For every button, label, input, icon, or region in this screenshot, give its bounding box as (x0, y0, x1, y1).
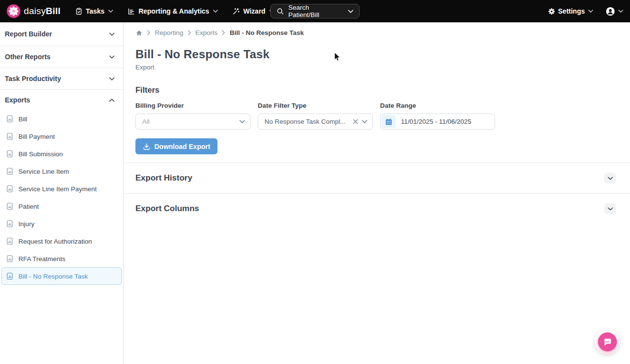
chat-launcher-button[interactable] (595, 329, 620, 354)
chevron-down-icon (588, 10, 593, 13)
menu-tasks-label: Tasks (86, 7, 105, 15)
document-chart-icon (6, 272, 14, 280)
filters-row: Billing Provider All Date Filter Type No… (135, 102, 618, 130)
date-range-value: 11/01/2025 - 11/06/2025 (401, 118, 471, 125)
date-range-input[interactable]: 11/01/2025 - 11/06/2025 (380, 114, 495, 130)
breadcrumb-separator-icon (222, 30, 225, 35)
daisybill-flower-icon (7, 4, 20, 18)
sidebar-item-export[interactable]: Bill (1, 110, 122, 128)
sidebar-item-export[interactable]: Bill - No Response Task (1, 267, 122, 285)
billing-provider-label: Billing Provider (135, 102, 250, 109)
sidebar-item-label: Service Line Item (18, 168, 69, 175)
document-chart-icon (6, 115, 14, 123)
sidebar-item-export[interactable]: Service Line Item Payment (1, 180, 122, 198)
date-filter-type-label: Date Filter Type (258, 102, 373, 109)
sidebar-section-report-builder[interactable]: Report Builder (0, 22, 123, 46)
menu-reporting-analytics[interactable]: Reporting & Analytics (128, 7, 218, 15)
document-chart-icon (6, 255, 14, 263)
chevron-down-icon (109, 55, 115, 59)
user-menu[interactable] (606, 7, 623, 16)
navbar-right: Settings (548, 7, 623, 16)
sidebar-section-task-productivity[interactable]: Task Productivity (0, 68, 123, 90)
user-avatar-icon (606, 7, 615, 16)
menu-wizard-label: Wizard (243, 7, 265, 15)
sidebar-item-export[interactable]: Bill Payment (1, 128, 122, 145)
export-history-panel: Export History (124, 163, 630, 193)
document-chart-icon (6, 150, 14, 158)
date-filter-type-select[interactable]: No Response Task Compl... (258, 114, 373, 130)
settings-label: Settings (558, 7, 585, 15)
chevron-down-icon (348, 10, 353, 13)
menu-wizard[interactable]: Wizard (232, 7, 274, 15)
sidebar-item-export[interactable]: Injury (1, 215, 122, 232)
brand-logo[interactable]: daisyBill (7, 4, 61, 18)
export-history-toggle-button[interactable] (604, 173, 616, 183)
top-navbar: daisyBill Tasks Reportin (0, 0, 630, 22)
billing-provider-select[interactable]: All (135, 114, 250, 130)
sidebar-item-label: Bill - No Response Task (18, 273, 88, 280)
sidebar-item-label: Bill Payment (18, 133, 55, 140)
document-chart-icon (6, 132, 14, 140)
filters-heading: Filters (135, 85, 618, 95)
page-title: Bill - No Response Task (135, 48, 618, 61)
tasks-clipboard-icon (75, 8, 83, 15)
brand-name: daisyBill (24, 6, 61, 17)
home-icon[interactable] (135, 30, 143, 36)
download-icon (143, 143, 150, 150)
search-icon (277, 8, 284, 15)
sidebar-item-export[interactable]: RFA Treatments (1, 250, 122, 267)
date-filter-type-value: No Response Task Compl... (265, 118, 350, 125)
document-chart-icon (6, 202, 14, 210)
export-history-title: Export History (135, 173, 192, 183)
billing-provider-value: All (142, 118, 149, 125)
download-export-button[interactable]: Download Export (135, 138, 217, 154)
breadcrumb-exports[interactable]: Exports (196, 29, 218, 36)
sidebar-item-label: Injury (18, 220, 34, 228)
sidebar-item-label: RFA Treatments (18, 255, 66, 263)
document-chart-icon (6, 237, 14, 245)
chevron-up-icon (109, 99, 115, 102)
magic-wand-icon (232, 8, 240, 15)
menu-reporting-label: Reporting & Analytics (138, 7, 209, 15)
export-columns-toggle-button[interactable] (604, 203, 616, 214)
export-columns-panel: Export Columns (124, 193, 630, 224)
chevron-down-icon (109, 77, 115, 81)
breadcrumb: Reporting Exports Bill - No Response Tas… (135, 29, 618, 36)
sidebar-section-exports[interactable]: Exports (0, 90, 123, 110)
search-patient-bill[interactable]: Search Patient/Bill (270, 4, 360, 18)
chevron-down-icon (239, 120, 245, 123)
section-label: Other Reports (5, 53, 50, 61)
sidebar-item-export[interactable]: Request for Authorization (1, 232, 122, 250)
chevron-down-icon (108, 10, 113, 13)
menu-tasks[interactable]: Tasks (75, 7, 114, 15)
sidebar-item-label: Patient (18, 203, 39, 210)
chevron-down-icon (213, 10, 218, 13)
breadcrumb-reporting[interactable]: Reporting (155, 29, 183, 36)
sidebar-item-label: Request for Authorization (18, 238, 92, 245)
sidebar-item-export[interactable]: Service Line Item (1, 163, 122, 180)
chat-bubble-icon (598, 332, 617, 351)
section-label: Report Builder (5, 30, 52, 38)
document-chart-icon (6, 167, 14, 175)
section-label: Exports (5, 96, 30, 104)
sidebar-item-export[interactable]: Bill Submission (1, 145, 122, 163)
sidebar-item-export[interactable]: Patient (1, 198, 122, 215)
sidebar: Report Builder Other Reports Task Produc… (0, 22, 124, 364)
chevron-down-icon (362, 120, 367, 123)
sidebar-item-label: Service Line Item Payment (18, 185, 97, 193)
search-label: Search Patient/Bill (288, 4, 342, 18)
breadcrumb-separator-icon (188, 30, 191, 35)
page-subtitle: Export (135, 64, 618, 71)
clear-icon[interactable] (353, 119, 358, 124)
main-menu: Tasks Reporting & Analytics (75, 7, 274, 15)
collapsible-panels: Export History Export Columns (124, 163, 630, 224)
gear-icon (548, 8, 555, 15)
breadcrumb-current: Bill - No Response Task (230, 29, 304, 36)
chevron-down-icon (109, 33, 115, 36)
breadcrumb-separator-icon (147, 30, 150, 35)
date-range-label: Date Range (380, 102, 495, 109)
sidebar-section-other-reports[interactable]: Other Reports (0, 46, 123, 68)
menu-settings[interactable]: Settings (548, 7, 593, 15)
sidebar-item-label: Bill Submission (18, 150, 63, 158)
calendar-icon[interactable] (381, 115, 396, 128)
